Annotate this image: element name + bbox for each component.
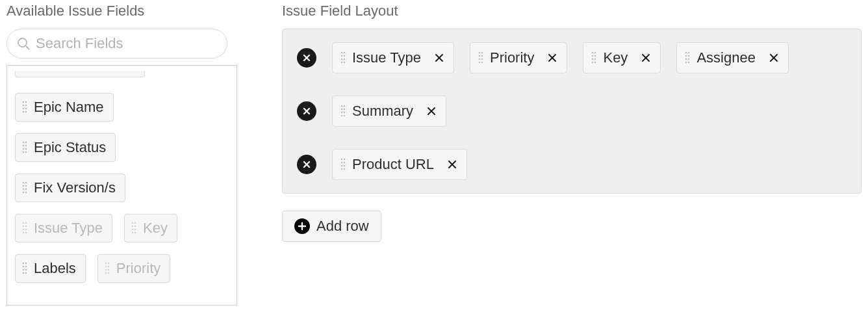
delete-row-button[interactable] xyxy=(297,48,316,68)
available-field-chip[interactable]: Key xyxy=(124,214,177,242)
layout-field-chip[interactable]: Issue Type xyxy=(332,42,454,73)
drag-handle-icon xyxy=(22,100,27,114)
available-fields-title: Available Issue Fields xyxy=(6,3,240,20)
drag-handle-icon xyxy=(340,157,346,172)
svg-point-18 xyxy=(23,182,25,184)
svg-point-94 xyxy=(685,58,687,60)
svg-point-66 xyxy=(341,62,343,64)
available-field-chip-partial[interactable] xyxy=(15,71,145,77)
available-field-label: Key xyxy=(143,220,168,237)
svg-point-46 xyxy=(23,269,25,271)
remove-field-button[interactable] xyxy=(769,53,779,63)
svg-point-15 xyxy=(25,148,27,150)
svg-point-106 xyxy=(341,112,343,114)
svg-point-13 xyxy=(25,145,27,147)
layout-field-chip[interactable]: Key xyxy=(583,42,661,73)
svg-point-114 xyxy=(341,159,343,161)
svg-point-49 xyxy=(25,272,27,274)
svg-point-102 xyxy=(341,105,343,107)
svg-point-81 xyxy=(594,52,596,54)
layout-row: Product URL xyxy=(297,149,847,180)
svg-point-93 xyxy=(688,55,690,57)
svg-point-14 xyxy=(23,148,25,150)
layout-field-chip[interactable]: Product URL xyxy=(332,149,467,180)
drag-handle-icon xyxy=(478,51,483,65)
drag-handle-icon xyxy=(105,261,110,276)
drag-handle-icon xyxy=(22,261,27,276)
layout-field-label: Key xyxy=(603,49,628,66)
available-field-chip[interactable]: Labels xyxy=(15,254,86,283)
svg-point-42 xyxy=(23,263,25,265)
available-field-chip[interactable]: Fix Version/s xyxy=(15,174,125,202)
layout-box: Issue TypePriorityKeyAssigneeSummaryProd… xyxy=(282,29,862,194)
svg-point-23 xyxy=(25,188,27,190)
layout-field-label: Priority xyxy=(490,49,534,66)
available-field-chip[interactable]: Priority xyxy=(97,254,170,283)
remove-field-button[interactable] xyxy=(547,53,557,63)
svg-point-60 xyxy=(341,52,343,54)
svg-point-120 xyxy=(341,168,343,170)
layout-field-label: Issue Type xyxy=(352,49,421,66)
remove-field-button[interactable] xyxy=(641,53,651,63)
svg-point-64 xyxy=(341,58,343,60)
search-field-wrap xyxy=(6,29,240,58)
remove-field-button[interactable] xyxy=(434,53,444,63)
layout-field-chip[interactable]: Assignee xyxy=(676,42,789,73)
svg-point-43 xyxy=(25,263,27,265)
svg-point-29 xyxy=(25,226,27,228)
svg-point-48 xyxy=(23,272,25,274)
svg-point-25 xyxy=(25,192,27,194)
available-field-label: Labels xyxy=(34,260,76,277)
available-field-label: Epic Status xyxy=(34,139,106,156)
search-input[interactable] xyxy=(6,29,227,58)
svg-point-83 xyxy=(594,55,596,57)
svg-point-90 xyxy=(685,52,687,54)
svg-point-119 xyxy=(344,165,346,167)
svg-point-41 xyxy=(134,232,136,234)
svg-point-118 xyxy=(341,165,343,167)
remove-field-button[interactable] xyxy=(426,106,437,116)
svg-point-91 xyxy=(688,52,690,54)
svg-point-53 xyxy=(108,266,110,268)
available-field-chip[interactable]: Epic Status xyxy=(15,133,116,162)
drag-handle-icon xyxy=(22,140,27,155)
svg-point-12 xyxy=(23,145,25,147)
remove-field-button[interactable] xyxy=(447,159,457,170)
svg-point-28 xyxy=(23,226,25,228)
delete-row-button[interactable] xyxy=(297,155,316,174)
svg-point-121 xyxy=(344,168,346,170)
svg-point-80 xyxy=(592,52,594,54)
drag-handle-icon xyxy=(340,51,346,65)
svg-point-97 xyxy=(688,62,690,64)
drag-handle-icon xyxy=(591,51,596,65)
svg-point-95 xyxy=(688,58,690,60)
svg-point-10 xyxy=(23,142,25,144)
svg-point-62 xyxy=(341,55,343,57)
svg-point-115 xyxy=(344,159,346,161)
svg-point-8 xyxy=(23,111,25,113)
available-fields-list[interactable]: Epic NameEpic StatusFix Version/sIssue T… xyxy=(6,65,237,306)
delete-row-button[interactable] xyxy=(297,101,316,121)
svg-point-7 xyxy=(25,108,27,110)
available-field-chip[interactable]: Epic Name xyxy=(15,93,114,122)
svg-point-117 xyxy=(344,162,346,164)
svg-point-92 xyxy=(685,55,687,57)
svg-point-50 xyxy=(105,263,107,265)
layout-field-chip[interactable]: Priority xyxy=(470,42,567,73)
add-row-button[interactable]: Add row xyxy=(282,211,381,242)
layout-row: Summary xyxy=(297,96,847,127)
svg-point-3 xyxy=(25,101,27,103)
svg-point-56 xyxy=(105,272,107,274)
svg-point-76 xyxy=(479,62,481,64)
svg-point-55 xyxy=(108,269,110,271)
svg-point-26 xyxy=(23,222,25,224)
svg-point-33 xyxy=(25,232,27,234)
svg-point-27 xyxy=(25,222,27,224)
svg-point-71 xyxy=(481,52,483,54)
add-row-label: Add row xyxy=(316,218,369,235)
svg-point-37 xyxy=(134,226,136,228)
svg-point-105 xyxy=(344,109,346,110)
svg-point-109 xyxy=(344,115,346,117)
available-field-chip[interactable]: Issue Type xyxy=(15,214,112,242)
layout-field-chip[interactable]: Summary xyxy=(332,96,446,127)
